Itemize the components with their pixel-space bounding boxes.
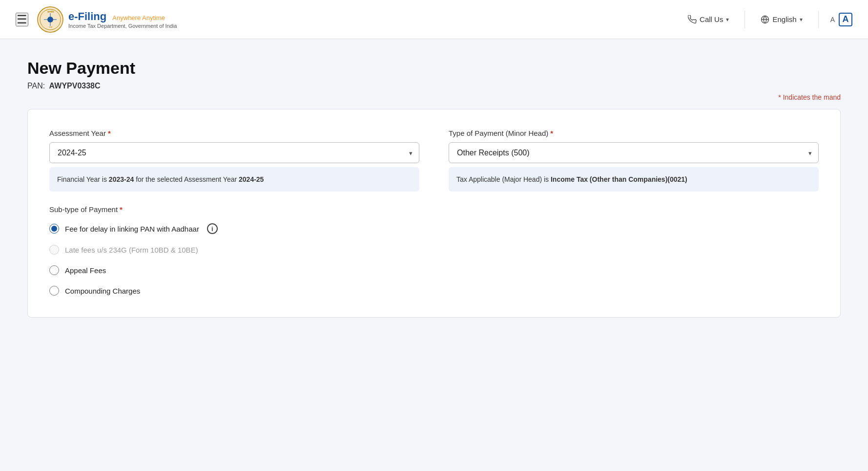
call-us-chevron: ▾ xyxy=(726,16,729,23)
assessment-year-select-wrapper: 2024-25 2023-24 2022-23 ▾ xyxy=(49,142,419,163)
language-label: English xyxy=(772,15,796,23)
header-divider-1 xyxy=(744,11,745,28)
font-controls: A A xyxy=(830,13,852,26)
mandatory-note-text: * Indicates the mand xyxy=(778,93,841,101)
subtype-radio-4[interactable] xyxy=(49,286,59,296)
logo-title-efiling: e-Filing xyxy=(68,10,106,22)
svg-text:जयते: जयते xyxy=(48,26,53,28)
subtype-radio-group: Fee for delay in linking PAN with Aadhaa… xyxy=(49,223,819,296)
ay-info-prefix: Financial Year is xyxy=(57,175,109,183)
logo-area: सत्यमेव जयते e-Filing Anywhere Anytime I… xyxy=(37,6,177,33)
assessment-year-label-text: Assessment Year xyxy=(49,129,106,137)
subtype-radio-3[interactable] xyxy=(49,265,59,275)
pt-info-value: Income Tax (Other than Companies)(0021) xyxy=(551,175,687,183)
font-small-button[interactable]: A xyxy=(830,16,835,23)
form-row-1: Assessment Year * 2024-25 2023-24 2022-2… xyxy=(49,129,819,192)
call-us-button[interactable]: Call Us ▾ xyxy=(684,13,733,26)
subtype-required: * xyxy=(120,205,123,214)
language-button[interactable]: English ▾ xyxy=(757,13,806,26)
payment-type-info-box: Tax Applicable (Major Head) is Income Ta… xyxy=(449,167,819,192)
globe-icon xyxy=(761,15,769,24)
assessment-year-required: * xyxy=(108,129,111,137)
form-card: Assessment Year * 2024-25 2023-24 2022-2… xyxy=(27,109,841,318)
payment-type-select[interactable]: Other Receipts (500) Advance Tax (100) S… xyxy=(449,142,819,163)
subtype-option-4-label: Compounding Charges xyxy=(65,287,140,295)
language-chevron: ▾ xyxy=(800,16,803,23)
subtype-option-4[interactable]: Compounding Charges xyxy=(49,286,819,296)
payment-type-group: Type of Payment (Minor Head) * Other Rec… xyxy=(449,129,819,192)
logo-title: e-Filing Anywhere Anytime xyxy=(68,10,177,23)
subtype-radio-1[interactable] xyxy=(49,224,59,234)
subtype-option-3[interactable]: Appeal Fees xyxy=(49,265,819,275)
payment-type-label-text: Type of Payment (Minor Head) xyxy=(449,129,548,137)
hamburger-menu[interactable]: ☰ xyxy=(16,13,28,26)
subtype-option-2: Late fees u/s 234G (Form 10BD & 10BE) xyxy=(49,245,819,255)
header-divider-2 xyxy=(818,11,819,28)
page-content: New Payment PAN: AWYPV0338C * Indicates … xyxy=(0,39,868,337)
ay-info-year2: 2024-25 xyxy=(239,175,264,183)
call-us-label: Call Us xyxy=(700,15,723,23)
subtype-label-text: Sub-type of Payment xyxy=(49,205,118,214)
svg-text:सत्यमेव: सत्यमेव xyxy=(47,10,54,13)
pan-label: PAN: xyxy=(27,82,45,90)
assessment-year-select[interactable]: 2024-25 2023-24 2022-23 xyxy=(49,142,419,163)
info-icon-1[interactable]: i xyxy=(207,223,218,234)
subtype-option-1-label: Fee for delay in linking PAN with Aadhaa… xyxy=(65,225,199,233)
page-title: New Payment xyxy=(27,59,841,78)
subtype-option-3-label: Appeal Fees xyxy=(65,266,106,275)
pan-line: PAN: AWYPV0338C xyxy=(27,82,841,90)
assessment-year-group: Assessment Year * 2024-25 2023-24 2022-2… xyxy=(49,129,419,192)
payment-type-required: * xyxy=(550,129,553,137)
pan-value: AWYPV0338C xyxy=(49,82,101,90)
ay-info-year1: 2023-24 xyxy=(109,175,134,183)
svg-point-2 xyxy=(47,17,53,22)
subtype-label: Sub-type of Payment * xyxy=(49,205,819,214)
subtype-option-2-label: Late fees u/s 234G (Form 10BD & 10BE) xyxy=(65,246,198,254)
phone-icon xyxy=(688,15,697,24)
header-left: ☰ सत्यमेव जयते e-Filin xyxy=(16,6,177,33)
payment-type-label: Type of Payment (Minor Head) * xyxy=(449,129,819,137)
assessment-year-info-box: Financial Year is 2023-24 for the select… xyxy=(49,167,419,192)
pt-info-prefix: Tax Applicable (Major Head) is xyxy=(456,175,551,183)
ay-info-middle: for the selected Assessment Year xyxy=(136,175,239,183)
header: ☰ सत्यमेव जयते e-Filin xyxy=(0,0,868,39)
logo-tagline: Anywhere Anytime xyxy=(112,14,165,21)
font-large-button[interactable]: A xyxy=(839,13,852,26)
mandatory-note: * Indicates the mand xyxy=(27,93,841,101)
logo-subtitle: Income Tax Department, Government of Ind… xyxy=(68,23,177,29)
assessment-year-label: Assessment Year * xyxy=(49,129,419,137)
emblem-icon: सत्यमेव जयते xyxy=(37,6,63,33)
subtype-section: Sub-type of Payment * Fee for delay in l… xyxy=(49,205,819,296)
subtype-radio-2 xyxy=(49,245,59,255)
subtype-option-1[interactable]: Fee for delay in linking PAN with Aadhaa… xyxy=(49,223,819,234)
logo-text: e-Filing Anywhere Anytime Income Tax Dep… xyxy=(68,10,177,29)
header-right: Call Us ▾ English ▾ A A xyxy=(684,11,852,28)
payment-type-select-wrapper: Other Receipts (500) Advance Tax (100) S… xyxy=(449,142,819,163)
